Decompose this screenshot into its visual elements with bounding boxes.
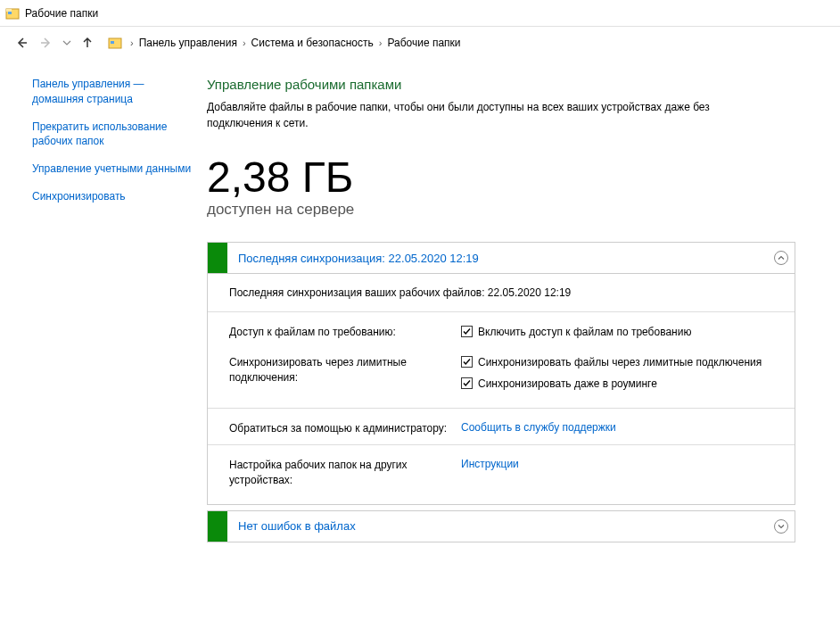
checkbox-access-on-demand[interactable]: Включить доступ к файлам по требованию [461, 325, 773, 339]
panel-last-sync-body: Последняя синхронизация ваших рабочих фа… [208, 273, 795, 504]
checkbox-label: Включить доступ к файлам по требованию [478, 325, 691, 339]
panel-no-errors: Нет ошибок в файлах [207, 510, 795, 542]
sidebar-link-home[interactable]: Панель управления — домашняя страница [32, 77, 193, 107]
page-description: Добавляйте файлы в рабочие папки, чтобы … [207, 99, 724, 131]
sidebar-link-credentials[interactable]: Управление учетными данными [32, 161, 193, 177]
svg-rect-2 [8, 12, 12, 14]
row-other-devices: Настройка рабочих папок на других устрой… [229, 458, 773, 488]
sidebar: Панель управления — домашняя страница Пр… [0, 59, 193, 566]
divider [208, 408, 795, 409]
checkbox-label: Синхронизировать даже в роуминге [478, 377, 657, 391]
panel-last-sync-header[interactable]: Последняя синхронизация: 22.05.2020 12:1… [208, 243, 795, 273]
recent-dropdown[interactable] [61, 32, 73, 54]
row-access-on-demand: Доступ к файлам по требованию: Включить … [229, 325, 773, 346]
checkbox-roaming[interactable]: Синхронизировать даже в роуминге [461, 377, 773, 391]
link-instructions[interactable]: Инструкции [461, 458, 519, 470]
chevron-right-icon: › [127, 37, 137, 48]
checkbox-label: Синхронизировать файлы через лимитные по… [478, 355, 762, 369]
panel-no-errors-title: Нет ошибок в файлах [227, 519, 768, 533]
divider [208, 311, 795, 312]
svg-rect-1 [6, 9, 12, 12]
status-marker-ok [208, 511, 227, 542]
last-sync-text: Последняя синхронизация ваших рабочих фа… [229, 283, 773, 299]
row-metered: Синхронизировать через лимитные подключе… [229, 355, 773, 398]
app-icon [5, 6, 20, 21]
titlebar: Рабочие папки [0, 0, 840, 27]
forward-button[interactable] [36, 32, 57, 54]
chevron-right-icon: › [375, 37, 386, 48]
row-support: Обратиться за помощью к администратору: … [229, 421, 773, 436]
available-space-value: 2,38 ГБ [207, 156, 795, 199]
sidebar-link-sync[interactable]: Синхронизировать [32, 189, 193, 204]
address-icon [107, 35, 123, 51]
row-label: Настройка рабочих папок на других устрой… [229, 458, 461, 488]
available-space-caption: доступен на сервере [207, 201, 795, 219]
window-title: Рабочие папки [25, 7, 98, 20]
breadcrumb-item[interactable]: Система и безопасность [250, 35, 375, 51]
back-button[interactable] [11, 32, 32, 54]
page-title: Управление рабочими папками [207, 77, 795, 92]
chevron-right-icon: › [239, 37, 250, 48]
panel-no-errors-header[interactable]: Нет ошибок в файлах [208, 511, 795, 542]
navbar: › Панель управления › Система и безопасн… [0, 27, 840, 59]
status-marker-ok [208, 243, 227, 273]
sidebar-link-stop[interactable]: Прекратить использование рабочих папок [32, 120, 193, 150]
checkbox-metered[interactable]: Синхронизировать файлы через лимитные по… [461, 355, 773, 369]
panel-last-sync: Последняя синхронизация: 22.05.2020 12:1… [207, 242, 795, 505]
row-label: Обратиться за помощью к администратору: [229, 421, 461, 436]
expand-icon [768, 519, 795, 534]
link-support[interactable]: Сообщить в службу поддержки [461, 421, 616, 434]
divider [208, 444, 795, 445]
collapse-icon [768, 251, 795, 265]
main-content: Управление рабочими папками Добавляйте ф… [193, 59, 840, 566]
breadcrumb-item[interactable]: Панель управления [137, 35, 239, 51]
row-label: Синхронизировать через лимитные подключе… [229, 355, 461, 385]
svg-rect-4 [111, 41, 114, 44]
breadcrumb-item[interactable]: Рабочие папки [385, 35, 462, 51]
panel-last-sync-title: Последняя синхронизация: 22.05.2020 12:1… [227, 252, 768, 265]
row-label: Доступ к файлам по требованию: [229, 325, 461, 340]
up-button[interactable] [77, 32, 98, 54]
